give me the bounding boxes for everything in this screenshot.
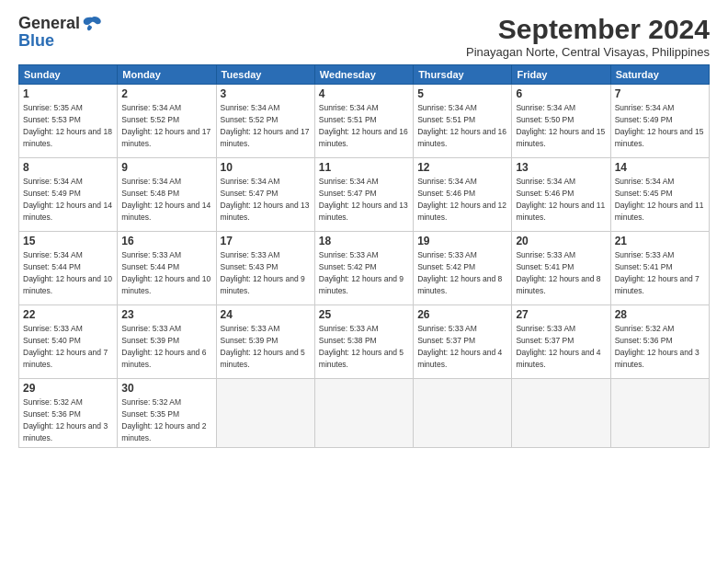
day-info: Sunrise: 5:34 AM Sunset: 5:51 PM Dayligh…	[319, 103, 408, 148]
calendar-cell: 18 Sunrise: 5:33 AM Sunset: 5:42 PM Dayl…	[314, 232, 413, 305]
day-info: Sunrise: 5:33 AM Sunset: 5:43 PM Dayligh…	[221, 250, 305, 295]
calendar-cell: 29 Sunrise: 5:32 AM Sunset: 5:36 PM Dayl…	[19, 379, 118, 448]
day-number: 7	[615, 87, 705, 100]
calendar-cell: 27 Sunrise: 5:33 AM Sunset: 5:37 PM Dayl…	[512, 305, 610, 379]
day-number: 15	[23, 235, 113, 247]
day-info: Sunrise: 5:34 AM Sunset: 5:47 PM Dayligh…	[319, 177, 408, 222]
calendar-cell: 6 Sunrise: 5:34 AM Sunset: 5:50 PM Dayli…	[512, 85, 610, 158]
day-number: 22	[23, 308, 113, 321]
calendar-cell: 10 Sunrise: 5:34 AM Sunset: 5:47 PM Dayl…	[216, 158, 314, 232]
day-info: Sunrise: 5:34 AM Sunset: 5:49 PM Dayligh…	[615, 103, 704, 148]
header: General Blue September 2024 Pinayagan No…	[18, 14, 710, 59]
day-info: Sunrise: 5:34 AM Sunset: 5:50 PM Dayligh…	[516, 103, 605, 148]
day-info: Sunrise: 5:34 AM Sunset: 5:51 PM Dayligh…	[417, 103, 506, 148]
calendar-cell: 2 Sunrise: 5:34 AM Sunset: 5:52 PM Dayli…	[118, 85, 216, 158]
title-block: September 2024 Pinayagan Norte, Central …	[466, 14, 710, 59]
day-header-friday: Friday	[512, 65, 610, 85]
calendar-cell: 25 Sunrise: 5:33 AM Sunset: 5:38 PM Dayl…	[314, 305, 413, 379]
day-info: Sunrise: 5:34 AM Sunset: 5:46 PM Dayligh…	[516, 177, 605, 222]
day-info: Sunrise: 5:33 AM Sunset: 5:38 PM Dayligh…	[319, 324, 404, 369]
day-number: 5	[417, 87, 507, 100]
day-number: 26	[417, 308, 507, 321]
calendar-cell: 30 Sunrise: 5:32 AM Sunset: 5:35 PM Dayl…	[118, 379, 216, 448]
calendar-cell: 13 Sunrise: 5:34 AM Sunset: 5:46 PM Dayl…	[512, 158, 610, 232]
day-number: 1	[23, 87, 113, 100]
calendar-week-1: 1 Sunrise: 5:35 AM Sunset: 5:53 PM Dayli…	[19, 85, 710, 158]
calendar-cell: 8 Sunrise: 5:34 AM Sunset: 5:49 PM Dayli…	[19, 158, 118, 232]
logo-general: General	[18, 14, 80, 33]
day-number: 20	[516, 235, 606, 247]
calendar-week-4: 22 Sunrise: 5:33 AM Sunset: 5:40 PM Dayl…	[19, 305, 710, 379]
month-title: September 2024	[466, 14, 710, 45]
calendar-cell: 3 Sunrise: 5:34 AM Sunset: 5:52 PM Dayli…	[216, 85, 314, 158]
day-info: Sunrise: 5:34 AM Sunset: 5:46 PM Dayligh…	[417, 177, 506, 222]
calendar-cell: 5 Sunrise: 5:34 AM Sunset: 5:51 PM Dayli…	[414, 85, 512, 158]
day-info: Sunrise: 5:33 AM Sunset: 5:39 PM Dayligh…	[221, 324, 305, 369]
day-header-sunday: Sunday	[19, 65, 118, 85]
day-number: 29	[23, 382, 113, 395]
calendar-cell	[216, 379, 314, 448]
day-info: Sunrise: 5:33 AM Sunset: 5:37 PM Dayligh…	[516, 324, 600, 369]
day-info: Sunrise: 5:33 AM Sunset: 5:40 PM Dayligh…	[23, 324, 108, 369]
calendar-cell: 7 Sunrise: 5:34 AM Sunset: 5:49 PM Dayli…	[610, 85, 709, 158]
calendar-cell: 16 Sunrise: 5:33 AM Sunset: 5:44 PM Dayl…	[118, 232, 216, 305]
calendar-cell: 4 Sunrise: 5:34 AM Sunset: 5:51 PM Dayli…	[314, 85, 413, 158]
day-info: Sunrise: 5:32 AM Sunset: 5:36 PM Dayligh…	[23, 397, 108, 442]
calendar-cell: 28 Sunrise: 5:32 AM Sunset: 5:36 PM Dayl…	[610, 305, 709, 379]
day-info: Sunrise: 5:33 AM Sunset: 5:42 PM Dayligh…	[319, 250, 404, 295]
calendar-cell: 11 Sunrise: 5:34 AM Sunset: 5:47 PM Dayl…	[314, 158, 413, 232]
calendar-cell	[314, 379, 413, 448]
day-info: Sunrise: 5:34 AM Sunset: 5:49 PM Dayligh…	[23, 177, 112, 222]
day-number: 16	[121, 235, 211, 247]
day-number: 3	[221, 87, 311, 100]
day-info: Sunrise: 5:34 AM Sunset: 5:44 PM Dayligh…	[23, 250, 112, 295]
logo: General Blue	[18, 14, 102, 51]
logo-blue: Blue	[18, 31, 54, 51]
calendar-cell	[512, 379, 610, 448]
calendar-cell: 15 Sunrise: 5:34 AM Sunset: 5:44 PM Dayl…	[19, 232, 118, 305]
calendar-table: SundayMondayTuesdayWednesdayThursdayFrid…	[18, 64, 710, 448]
calendar-cell: 19 Sunrise: 5:33 AM Sunset: 5:42 PM Dayl…	[414, 232, 512, 305]
day-number: 17	[221, 235, 311, 247]
day-number: 24	[221, 308, 311, 321]
day-header-tuesday: Tuesday	[216, 65, 314, 85]
day-number: 8	[23, 161, 113, 174]
calendar-week-5: 29 Sunrise: 5:32 AM Sunset: 5:36 PM Dayl…	[19, 379, 710, 448]
calendar-cell: 21 Sunrise: 5:33 AM Sunset: 5:41 PM Dayl…	[610, 232, 709, 305]
page: General Blue September 2024 Pinayagan No…	[0, 0, 728, 563]
day-number: 23	[121, 308, 211, 321]
day-info: Sunrise: 5:34 AM Sunset: 5:52 PM Dayligh…	[221, 103, 310, 148]
day-number: 2	[121, 87, 211, 100]
day-number: 18	[319, 235, 409, 247]
day-number: 25	[319, 308, 409, 321]
calendar-cell: 20 Sunrise: 5:33 AM Sunset: 5:41 PM Dayl…	[512, 232, 610, 305]
location-subtitle: Pinayagan Norte, Central Visayas, Philip…	[466, 45, 710, 59]
day-info: Sunrise: 5:33 AM Sunset: 5:41 PM Dayligh…	[516, 250, 600, 295]
day-header-wednesday: Wednesday	[314, 65, 413, 85]
day-info: Sunrise: 5:34 AM Sunset: 5:48 PM Dayligh…	[121, 177, 210, 222]
logo-bird-icon	[82, 16, 102, 32]
day-info: Sunrise: 5:34 AM Sunset: 5:52 PM Dayligh…	[121, 103, 210, 148]
calendar-week-3: 15 Sunrise: 5:34 AM Sunset: 5:44 PM Dayl…	[19, 232, 710, 305]
day-number: 6	[516, 87, 606, 100]
day-number: 13	[516, 161, 606, 174]
calendar-cell: 26 Sunrise: 5:33 AM Sunset: 5:37 PM Dayl…	[414, 305, 512, 379]
day-info: Sunrise: 5:35 AM Sunset: 5:53 PM Dayligh…	[23, 103, 112, 148]
day-number: 10	[221, 161, 311, 174]
calendar-cell: 1 Sunrise: 5:35 AM Sunset: 5:53 PM Dayli…	[19, 85, 118, 158]
day-info: Sunrise: 5:33 AM Sunset: 5:37 PM Dayligh…	[417, 324, 502, 369]
day-info: Sunrise: 5:33 AM Sunset: 5:42 PM Dayligh…	[417, 250, 502, 295]
day-number: 28	[615, 308, 705, 321]
calendar-cell	[414, 379, 512, 448]
day-info: Sunrise: 5:32 AM Sunset: 5:36 PM Dayligh…	[615, 324, 700, 369]
calendar-cell: 22 Sunrise: 5:33 AM Sunset: 5:40 PM Dayl…	[19, 305, 118, 379]
day-number: 4	[319, 87, 409, 100]
day-number: 27	[516, 308, 606, 321]
calendar-header-row: SundayMondayTuesdayWednesdayThursdayFrid…	[19, 65, 710, 85]
day-info: Sunrise: 5:33 AM Sunset: 5:44 PM Dayligh…	[121, 250, 210, 295]
calendar-cell: 23 Sunrise: 5:33 AM Sunset: 5:39 PM Dayl…	[118, 305, 216, 379]
day-number: 19	[417, 235, 507, 247]
day-header-saturday: Saturday	[610, 65, 709, 85]
calendar-cell: 17 Sunrise: 5:33 AM Sunset: 5:43 PM Dayl…	[216, 232, 314, 305]
calendar-week-2: 8 Sunrise: 5:34 AM Sunset: 5:49 PM Dayli…	[19, 158, 710, 232]
